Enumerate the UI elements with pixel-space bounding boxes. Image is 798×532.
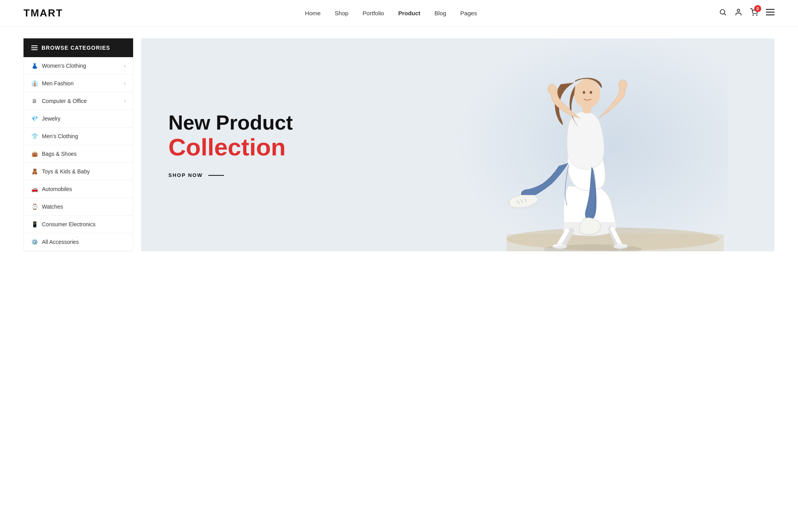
category-icon: 🖥 (31, 98, 38, 104)
header: TMART HomeShopPortfolioProductBlogPages … (0, 0, 798, 27)
category-label: Women's Clothing (42, 63, 86, 69)
nav-item-product[interactable]: Product (398, 10, 421, 16)
category-item-all-accessories[interactable]: ⚙️All Accessories (24, 233, 133, 251)
sidebar: BROWSE CATEGORIES 👗Women's Clothing›👔Men… (23, 38, 133, 251)
user-icon[interactable] (735, 8, 742, 18)
category-icon: 📱 (31, 221, 38, 227)
category-label: Jewelry (42, 115, 60, 122)
category-icon: 👜 (31, 151, 38, 157)
category-label: Men's Clothing (42, 133, 78, 139)
svg-point-22 (548, 84, 556, 94)
menu-icon[interactable] (766, 9, 775, 18)
cart-icon[interactable]: 0 (750, 8, 758, 18)
menu-lines-icon (31, 45, 38, 50)
svg-point-2 (737, 9, 740, 12)
category-icon: 👗 (31, 63, 38, 69)
category-arrow-icon: › (124, 81, 126, 86)
cart-badge: 0 (754, 5, 761, 12)
hero-image (394, 38, 775, 251)
category-item-men-fashion[interactable]: 👔Men Fashion› (24, 75, 133, 92)
sidebar-header: BROWSE CATEGORIES (23, 38, 133, 57)
category-item-toys-kids-baby[interactable]: 🧸Toys & Kids & Baby (24, 163, 133, 180)
header-icons: 0 (719, 8, 775, 18)
category-item-men's-clothing[interactable]: 👕Men's Clothing (24, 128, 133, 145)
category-label: All Accessories (42, 239, 79, 245)
category-label: Consumer Electronics (42, 221, 96, 227)
nav-item-pages[interactable]: Pages (460, 10, 477, 16)
category-item-bags-shoes[interactable]: 👜Bags & Shoes (24, 145, 133, 162)
category-arrow-icon: › (124, 63, 126, 69)
browse-categories-label: BROWSE CATEGORIES (42, 45, 110, 51)
category-item-computer-office[interactable]: 🖥Computer & Office› (24, 92, 133, 110)
category-item-watches[interactable]: ⌚Watches (24, 198, 133, 215)
category-label: Watches (42, 204, 63, 210)
category-icon: 💎 (31, 115, 38, 122)
category-label: Toys & Kids & Baby (42, 168, 90, 175)
category-arrow-icon: › (124, 98, 126, 104)
svg-point-19 (583, 91, 585, 94)
svg-point-3 (753, 15, 754, 16)
nav-item-portfolio[interactable]: Portfolio (363, 10, 384, 16)
category-icon: 👕 (31, 133, 38, 139)
category-icon: 👔 (31, 80, 38, 87)
category-item-automobiles[interactable]: 🚗Automobiles (24, 180, 133, 198)
nav-item-home[interactable]: Home (305, 10, 321, 16)
category-item-women's-clothing[interactable]: 👗Women's Clothing› (24, 57, 133, 74)
hero-content: New Product Collection SHOP NOW (141, 88, 320, 202)
hero-title-line2: Collection (168, 134, 293, 161)
shop-now-link[interactable]: SHOP NOW (168, 172, 293, 178)
svg-point-4 (756, 15, 757, 16)
category-icon: 🧸 (31, 168, 38, 175)
shop-now-line (208, 175, 224, 176)
svg-point-20 (590, 91, 592, 94)
category-label: Men Fashion (42, 80, 74, 87)
category-item-consumer-electronics[interactable]: 📱Consumer Electronics (24, 216, 133, 233)
nav-item-shop[interactable]: Shop (335, 10, 348, 16)
search-icon[interactable] (719, 8, 727, 18)
hero-banner: New Product Collection SHOP NOW (141, 38, 775, 251)
category-item-jewelry[interactable]: 💎Jewelry (24, 110, 133, 127)
shop-now-label: SHOP NOW (168, 172, 203, 178)
category-icon: ⌚ (31, 204, 38, 210)
svg-point-21 (619, 80, 627, 90)
hero-title-line1: New Product (168, 112, 293, 134)
nav-item-blog[interactable]: Blog (435, 10, 446, 16)
category-list: 👗Women's Clothing›👔Men Fashion›🖥Computer… (23, 57, 133, 251)
category-label: Automobiles (42, 186, 72, 192)
category-label: Bags & Shoes (42, 151, 77, 157)
svg-line-1 (724, 14, 726, 15)
main-content: BROWSE CATEGORIES 👗Women's Clothing›👔Men… (0, 27, 798, 263)
logo[interactable]: TMART (23, 7, 63, 19)
category-icon: ⚙️ (31, 239, 38, 245)
svg-point-18 (574, 79, 600, 108)
main-nav: HomeShopPortfolioProductBlogPages (305, 10, 477, 17)
category-label: Computer & Office (42, 98, 87, 104)
category-icon: 🚗 (31, 186, 38, 192)
